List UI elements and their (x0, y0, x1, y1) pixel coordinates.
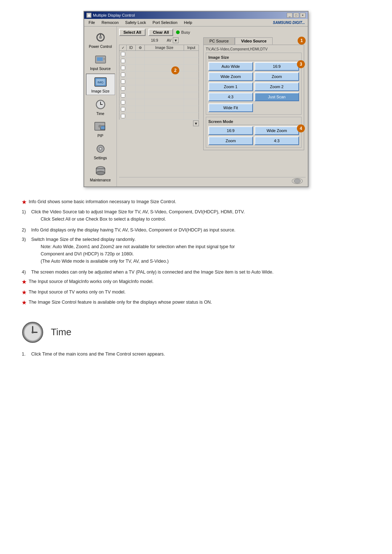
row2-check[interactable] (119, 58, 127, 64)
sidebar-item-image-size[interactable]: IMG Image Size (86, 74, 115, 95)
btn-screen-4-3[interactable]: 4:3 (254, 136, 299, 145)
screen-mode-section: 4 Screen Mode 16:9 Wide Zoom Zoom (206, 117, 302, 148)
row1-icon (136, 51, 145, 57)
btn-16-9[interactable]: 16:9 (254, 62, 299, 71)
screen-mode-buttons: 16:9 Wide Zoom Zoom 4:3 (208, 126, 299, 145)
row3-input (184, 65, 199, 71)
sidebar-item-pip[interactable]: PIP (86, 119, 115, 139)
btn-zoom1[interactable]: Zoom 1 (208, 82, 253, 91)
row4-icon (136, 71, 145, 78)
pip-icon (93, 120, 108, 133)
svg-rect-5 (103, 58, 105, 59)
select-all-button[interactable]: Select All (119, 29, 146, 36)
row9-size (145, 106, 184, 112)
badge-2: 2 (171, 66, 179, 74)
row2-checkbox[interactable] (121, 59, 125, 63)
row5-input (184, 78, 199, 85)
note-item-4-text: The screen modes can only be adjusted wh… (31, 268, 274, 276)
sidebar-item-power[interactable]: Power Control (86, 29, 115, 50)
samsung-logo: SAMSUNG DIGIT... (273, 21, 305, 25)
note-3-sub3-text: (The Auto Wide mode is available only fo… (41, 258, 235, 265)
image-size-buttons: Auto Wide 16:9 Wide Zoom Zoom Zoom 1 Zoo… (208, 62, 299, 101)
btn-4-3[interactable]: 4:3 (208, 93, 253, 101)
note-item-1-text: Click the Video Source tab to adjust Ima… (31, 208, 245, 216)
input-label: Input Source (90, 67, 111, 71)
menu-help[interactable]: Help (181, 20, 195, 25)
star-note-4-text: The Image Size Control feature is availa… (29, 299, 212, 307)
row5-checkbox[interactable] (121, 79, 125, 84)
page-wrapper: ▣ Multiple Display Control _ □ × File Re… (0, 0, 392, 371)
menu-file[interactable]: File (86, 20, 98, 25)
row10-checkbox[interactable] (121, 114, 125, 118)
star-icon-2: ★ (22, 278, 26, 286)
row5-size (145, 78, 184, 85)
row9-input (184, 106, 199, 112)
header-check: ✓ (119, 45, 127, 50)
input-dropdown-arrow[interactable]: ▼ (173, 37, 179, 43)
btn-screen-wide-zoom[interactable]: Wide Zoom (254, 126, 299, 135)
row7-id (127, 92, 136, 99)
btn-wide-fit[interactable]: Wide Fit (208, 103, 253, 112)
menu-safety-lock[interactable]: Safety Lock (122, 20, 149, 25)
header-id: ID (127, 45, 136, 50)
tab-video-source[interactable]: Video Source (235, 37, 273, 45)
clear-all-button[interactable]: Clear All (148, 29, 173, 36)
time-note-1: 1. Click Time of the main icons and the … (22, 350, 370, 358)
row2-size (145, 58, 184, 64)
sidebar-item-input[interactable]: Input Source (86, 52, 115, 72)
row7-checkbox[interactable] (121, 93, 125, 98)
power-label: Power Control (89, 45, 112, 49)
table-row (119, 71, 199, 78)
note-num-1: 1) (22, 208, 29, 224)
btn-just-scan[interactable]: Just Scan (254, 93, 299, 101)
header-icon: ⚙ (136, 45, 145, 50)
sidebar-item-settings[interactable]: Settings (86, 141, 115, 161)
btn-screen-zoom[interactable]: Zoom (208, 136, 253, 145)
row6-icon (136, 85, 145, 92)
row1-checkbox[interactable] (121, 52, 125, 56)
svg-point-28 (32, 331, 34, 333)
menu-port-selection[interactable]: Port Selection (150, 20, 180, 25)
close-button[interactable]: × (300, 13, 306, 18)
menu-remocon[interactable]: Remocon (99, 20, 122, 25)
table-row (119, 65, 199, 71)
btn-zoom2[interactable]: Zoom 2 (254, 82, 299, 91)
left-sidebar: Power Control Input Source (84, 26, 117, 186)
btn-screen-16-9[interactable]: 16:9 (208, 126, 253, 135)
badge-1: 1 (298, 37, 306, 45)
row1-check[interactable] (119, 51, 127, 57)
star-note-2-text: The Input source of MagicInfo works only… (29, 278, 154, 286)
maximize-button[interactable]: □ (293, 13, 299, 18)
title-bar-controls: _ □ × (287, 13, 306, 18)
btn-auto-wide[interactable]: Auto Wide (208, 62, 253, 71)
note-item-1: 1) Click the Video Source tab to adjust … (22, 208, 370, 224)
scroll-down-btn[interactable]: ▼ (193, 120, 199, 126)
sidebar-item-maintenance[interactable]: Maintenance (86, 163, 115, 184)
row8-id (127, 99, 136, 106)
row7-input (184, 92, 199, 99)
content-area: 16:9 AV ▼ ✓ ID ⚙ Image Size Input (119, 37, 306, 177)
main-area: Select All Clear All Busy (117, 26, 308, 186)
row9-checkbox[interactable] (121, 107, 125, 111)
row3-checkbox[interactable] (121, 66, 125, 70)
row4-checkbox[interactable] (121, 73, 125, 77)
screen-mode-section-label: Screen Mode (208, 119, 299, 125)
app-icon: ▣ (86, 13, 91, 18)
note-num-2: 2) (22, 226, 29, 234)
time-section-icon (22, 321, 44, 343)
minimize-button[interactable]: _ (287, 13, 293, 18)
btn-wide-zoom[interactable]: Wide Zoom (208, 72, 253, 81)
scroll-thumb[interactable] (292, 178, 303, 184)
note-item-3-content: Switch Image Size of the selected displa… (31, 236, 235, 266)
tab-pc-source[interactable]: PC Source (203, 37, 235, 45)
btn-zoom[interactable]: Zoom (254, 72, 299, 81)
right-panel: 1 PC Source Video Source TV,AV,S-Video,C… (202, 37, 306, 177)
grid-area: 16:9 AV ▼ ✓ ID ⚙ Image Size Input (119, 37, 199, 177)
row1-size (145, 51, 184, 57)
row8-checkbox[interactable] (121, 100, 125, 104)
row6-size (145, 85, 184, 92)
sidebar-item-time[interactable]: Time (86, 97, 115, 117)
table-row (119, 78, 199, 85)
row6-checkbox[interactable] (121, 86, 125, 91)
busy-label: Busy (181, 30, 190, 34)
